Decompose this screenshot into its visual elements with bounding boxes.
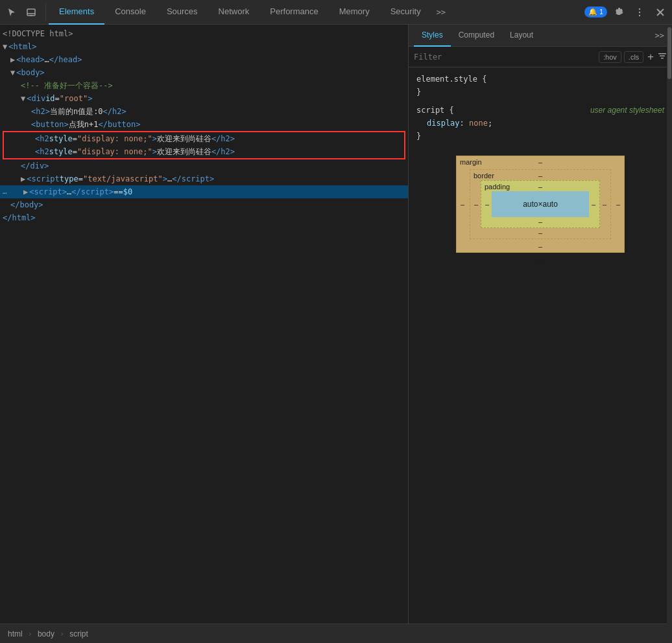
element-style-selector[interactable]: element.style { [416,73,664,86]
filter-input[interactable] [414,53,594,62]
main-content: <!DOCTYPE html> ▼ <html> ▶ <head>…</head… [0,25,672,624]
badge-icon: 🔔 [588,8,597,16]
dom-line-body-close[interactable]: </body> [0,198,408,211]
settings-icon[interactable] [610,3,628,21]
filter-cls-button[interactable]: .cls [624,51,644,63]
tab-network[interactable]: Network [208,0,260,25]
toolbar-icons [3,3,46,21]
tab-security[interactable]: Security [380,0,431,25]
box-content[interactable]: auto×auto [492,191,589,217]
svg-point-4 [639,11,640,12]
expand-script1[interactable]: ▶ [21,172,25,185]
box-border[interactable]: border – – – – padding – – – [470,169,611,239]
dom-line-body[interactable]: ▼ <body> [0,66,408,79]
script-rule-close: } [416,130,664,143]
more-options-icon[interactable] [630,3,649,21]
tab-sources[interactable]: Sources [156,0,208,25]
box-margin[interactable]: margin – – – – border – – – [456,156,625,253]
tab-memory[interactable]: Memory [329,0,380,25]
cursor-icon[interactable] [3,3,21,21]
margin-top-value: – [538,158,542,166]
devtools-toolbar: Elements Console Sources Network Perform… [0,0,672,25]
dom-line-html-close[interactable]: </html> [0,211,408,224]
expand-div[interactable]: ▼ [21,92,25,105]
more-tabs-button[interactable]: >> [431,0,451,25]
toolbar-right: 🔔 1 [584,3,669,21]
notification-badge: 🔔 1 [584,6,607,18]
tabs-bar: Elements Console Sources Network Perform… [49,0,584,25]
padding-right-value: – [592,200,595,208]
tab-computed[interactable]: Computed [451,25,502,47]
script-rule-header: script { user agent stylesheet [416,104,664,117]
box-model: margin – – – – border – – – [456,156,625,263]
box-padding[interactable]: padding – – – – auto×auto [481,180,600,228]
script-rule: script { user agent stylesheet display: … [409,101,672,145]
padding-left-value: – [485,200,489,208]
border-bottom-value: – [538,229,542,237]
border-left-value: – [474,200,478,208]
dom-line-script-2[interactable]: … ▶ <script>…</script> == $0 [0,185,408,198]
expand-head[interactable]: ▶ [10,53,15,66]
svg-point-3 [639,8,640,9]
styles-tabs-bar: Styles Computed Layout >> [409,25,672,47]
tab-styles[interactable]: Styles [414,25,451,47]
padding-top-value: – [538,183,542,191]
element-style-close: } [416,86,664,99]
styles-content: element.style { } script { user agent st… [409,67,672,624]
styles-panel: Styles Computed Layout >> :hov .cls + [409,25,672,624]
tab-layout[interactable]: Layout [502,25,541,47]
breadcrumb-body[interactable]: body [35,628,57,640]
dom-tree: <!DOCTYPE html> ▼ <html> ▶ <head>…</head… [0,25,408,227]
styles-more-tabs[interactable]: >> [653,31,667,40]
border-label: border [474,172,494,180]
border-top-value: – [538,172,542,180]
breadcrumb: html › body › script [0,624,672,643]
filter-add-button[interactable]: + [646,51,655,63]
user-agent-label: user agent stylesheet [590,104,664,117]
tab-elements[interactable]: Elements [49,0,104,25]
filter-bar: :hov .cls + [409,47,672,67]
padding-label: padding [485,183,510,191]
dom-line-div-root[interactable]: ▼ <div id="root"> [0,92,408,105]
dollar-zero: $0 [123,185,132,198]
expand-body[interactable]: ▼ [10,66,15,79]
gutter-dots: … [3,185,7,198]
display-none-property[interactable]: display: none; [416,117,664,130]
margin-bottom-value: – [538,242,542,250]
margin-outer-bottom: – [456,255,625,263]
scrollbar-track [667,25,672,643]
breadcrumb-script[interactable]: script [67,628,91,640]
dom-line-h2-count[interactable]: <h2>当前的n值是:0</h2> [0,105,408,118]
dom-line-h2-hidden-2[interactable]: <h2 style="display: none;">欢迎来到尚硅谷</h2> [4,145,404,158]
dom-line-script-1[interactable]: ▶ <script type="text/javascript">…</scri… [0,172,408,185]
dom-line-div-close[interactable]: </div> [0,159,408,172]
element-style-rule: element.style { } [409,70,672,101]
expand-script2[interactable]: ▶ [23,185,28,198]
close-icon[interactable] [651,3,669,21]
svg-rect-8 [658,53,666,54]
filter-buttons: :hov .cls + [599,51,667,63]
filter-settings-icon[interactable] [658,51,667,62]
dom-panel: <!DOCTYPE html> ▼ <html> ▶ <head>…</head… [0,25,409,624]
margin-left-value: – [461,200,464,208]
tab-performance[interactable]: Performance [259,0,328,25]
dom-line-button[interactable]: <button>点我n+1</button> [0,118,408,131]
svg-rect-10 [661,58,664,59]
device-icon[interactable] [22,3,40,21]
svg-rect-0 [27,9,35,16]
dom-line-comment[interactable]: <!-- 准备好一个容器--> [0,79,408,92]
svg-point-5 [639,14,640,16]
border-right-value: – [603,200,606,208]
dom-line-head[interactable]: ▶ <head>…</head> [0,53,408,66]
dom-line-h2-hidden-1[interactable]: <h2 style="display: none;">欢迎来到尚硅谷</h2> [4,132,404,145]
margin-label: margin [460,158,482,166]
tab-console[interactable]: Console [104,0,156,25]
dom-line-doctype[interactable]: <!DOCTYPE html> [0,27,408,40]
expand-html[interactable]: ▼ [3,40,7,53]
breadcrumb-html[interactable]: html [5,628,25,640]
filter-hov-button[interactable]: :hov [599,51,621,63]
dom-line-html[interactable]: ▼ <html> [0,40,408,53]
scrollbar-thumb[interactable] [667,27,671,79]
margin-right-value: – [616,200,620,208]
svg-rect-9 [660,56,665,57]
